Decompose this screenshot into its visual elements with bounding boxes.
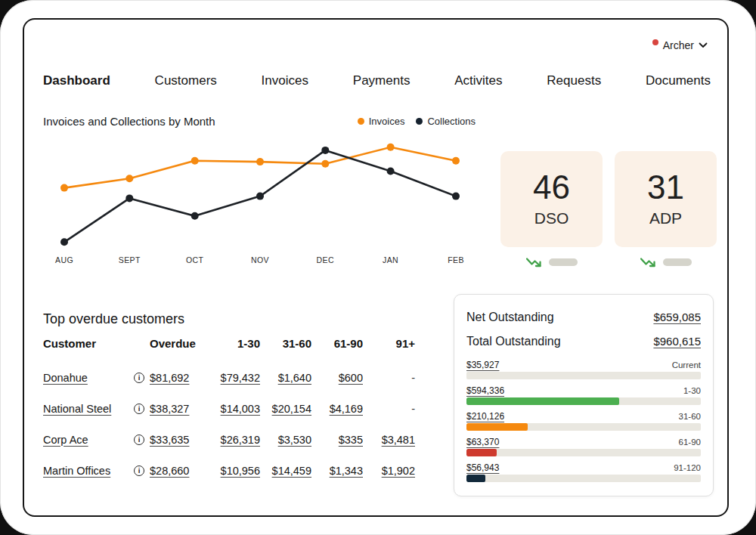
x-axis-label: JAN [383, 255, 398, 264]
x-axis-label: OCT [186, 255, 203, 264]
bar-track [466, 397, 701, 405]
info-icon[interactable]: i [134, 404, 144, 414]
account-name: Archer [663, 39, 694, 51]
bar-track [466, 423, 701, 431]
kpi-trend-row [500, 257, 603, 268]
aging-amount[interactable]: $1,902 [382, 465, 415, 477]
x-axis-label: SEPT [119, 255, 141, 264]
aging-bar-group: $56,943 91-120 [466, 462, 701, 482]
aging-amount[interactable]: $335 [339, 434, 363, 446]
aging-amount[interactable]: $14,003 [221, 403, 260, 415]
total-outstanding-value[interactable]: $960,615 [653, 335, 701, 348]
aging-amount[interactable]: $14,459 [272, 465, 311, 477]
bar-amount[interactable]: $35,927 [466, 360, 499, 370]
aging-bar-group: $594,336 1-30 [466, 385, 701, 405]
table-row: Corp Ace i $33,635 $26,319$3,530$335$3,4… [43, 424, 415, 455]
aging-amount[interactable]: $4,169 [330, 403, 363, 415]
kpi-cards: 46 DSO 31 ADP [500, 151, 717, 268]
bar-fill [466, 423, 528, 431]
customer-link[interactable]: Donahue [43, 372, 88, 384]
bar-fill [466, 449, 497, 456]
nav-item-invoices[interactable]: Invoices [262, 73, 308, 88]
col-header-91-: 91+ [363, 337, 415, 350]
kpi-dso: 46 DSO [500, 151, 603, 268]
app-window: Archer DashboardCustomersInvoicesPayment… [0, 0, 756, 535]
bar-amount[interactable]: $56,943 [466, 462, 499, 473]
table-header: CustomerOverdue1-3031-6061-9091+ [43, 337, 415, 350]
dashboard-card: Archer DashboardCustomersInvoicesPayment… [23, 18, 729, 517]
trend-pill [549, 258, 578, 266]
table-row: Donahue i $81,692 $79,432$1,640$600- [43, 362, 415, 393]
col-header-61-90: 61-90 [311, 337, 363, 350]
col-header-31-60: 31-60 [260, 337, 311, 350]
line-chart: AUGSEPTOCTNOVDECJANFEB [43, 138, 474, 268]
kpi-adp: 31 ADP [615, 151, 717, 268]
x-axis: AUGSEPTOCTNOVDECJANFEB [43, 254, 474, 264]
nav-item-payments[interactable]: Payments [353, 73, 411, 88]
bar-range-label: Current [672, 360, 701, 370]
legend-dot-icon [358, 118, 364, 125]
overdue-amount[interactable]: $81,692 [150, 372, 189, 384]
aging-bar-group: $210,126 31-60 [466, 411, 701, 431]
x-axis-label: AUG [55, 255, 73, 264]
kpi-trend-row [615, 257, 717, 268]
customer-link[interactable]: National Steel [43, 403, 111, 415]
aging-amount[interactable]: $3,481 [382, 434, 415, 446]
chart-canvas [43, 138, 474, 254]
account-menu[interactable]: Archer [652, 39, 708, 51]
aging-amount[interactable]: $1,640 [278, 372, 311, 384]
nav-item-dashboard[interactable]: Dashboard [43, 73, 110, 88]
aging-amount[interactable]: $10,956 [221, 465, 260, 477]
bar-track [466, 372, 701, 379]
kpi-value: 46 [533, 171, 570, 204]
empty-value: - [411, 372, 415, 384]
nav-item-customers[interactable]: Customers [155, 73, 217, 88]
aging-amount[interactable]: $20,154 [272, 403, 311, 415]
aging-amount[interactable]: $1,343 [330, 465, 363, 477]
chart-legend: InvoicesCollections [358, 116, 476, 127]
table-row: Martin Offices i $28,660 $10,956$14,459$… [43, 455, 415, 486]
table-body: Donahue i $81,692 $79,432$1,640$600- Nat… [43, 362, 415, 486]
nav-item-documents[interactable]: Documents [646, 73, 711, 88]
bar-range-label: 91-120 [674, 463, 701, 472]
overdue-amount[interactable]: $38,327 [150, 403, 189, 415]
bar-amount[interactable]: $63,370 [466, 437, 499, 447]
customer-link[interactable]: Corp Ace [43, 434, 88, 446]
aging-amount[interactable]: $600 [339, 372, 363, 384]
info-icon[interactable]: i [134, 434, 144, 445]
bar-fill [466, 475, 485, 482]
net-outstanding-value[interactable]: $659,085 [653, 311, 701, 323]
customer-link[interactable]: Martin Offices [43, 465, 110, 477]
table-row: National Steel i $38,327 $14,003$20,154$… [43, 393, 415, 424]
overdue-amount[interactable]: $28,660 [150, 465, 189, 477]
bar-fill [466, 397, 619, 405]
bar-range-label: 61-90 [679, 438, 701, 447]
x-axis-label: DEC [317, 255, 334, 264]
overdue-amount[interactable]: $33,635 [150, 434, 189, 446]
chart-header: Invoices and Collections by Month Invoic… [43, 115, 476, 128]
empty-value: - [411, 403, 415, 415]
kpi-label: ADP [649, 209, 682, 227]
nav-item-requests[interactable]: Requests [547, 73, 601, 88]
bar-amount[interactable]: $594,336 [466, 385, 504, 396]
net-outstanding-row: Net Outstanding $659,085 [466, 311, 701, 325]
bar-amount[interactable]: $210,126 [466, 411, 504, 422]
nav-item-activites[interactable]: Activites [454, 73, 502, 88]
info-icon[interactable]: i [134, 373, 144, 383]
aging-amount[interactable]: $79,432 [221, 372, 260, 384]
total-outstanding-label: Total Outstanding [466, 335, 561, 348]
bar-range-label: 31-60 [679, 412, 701, 421]
page-background: Archer DashboardCustomersInvoicesPayment… [0, 0, 756, 535]
bar-track [466, 449, 701, 456]
aging-bar-group: $63,370 61-90 [466, 437, 701, 456]
aging-amount[interactable]: $3,530 [278, 434, 311, 446]
main-nav: DashboardCustomersInvoicesPaymentsActivi… [43, 73, 711, 88]
chart-title: Invoices and Collections by Month [43, 115, 215, 128]
chevron-down-icon [699, 42, 708, 48]
aging-amount[interactable]: $26,319 [221, 434, 260, 446]
info-icon[interactable]: i [134, 465, 144, 476]
legend-item-collections: Collections [416, 116, 476, 127]
total-outstanding-row: Total Outstanding $960,615 [466, 335, 701, 349]
legend-dot-icon [416, 118, 423, 125]
outstanding-panel: Net Outstanding $659,085 Total Outstandi… [454, 294, 714, 496]
